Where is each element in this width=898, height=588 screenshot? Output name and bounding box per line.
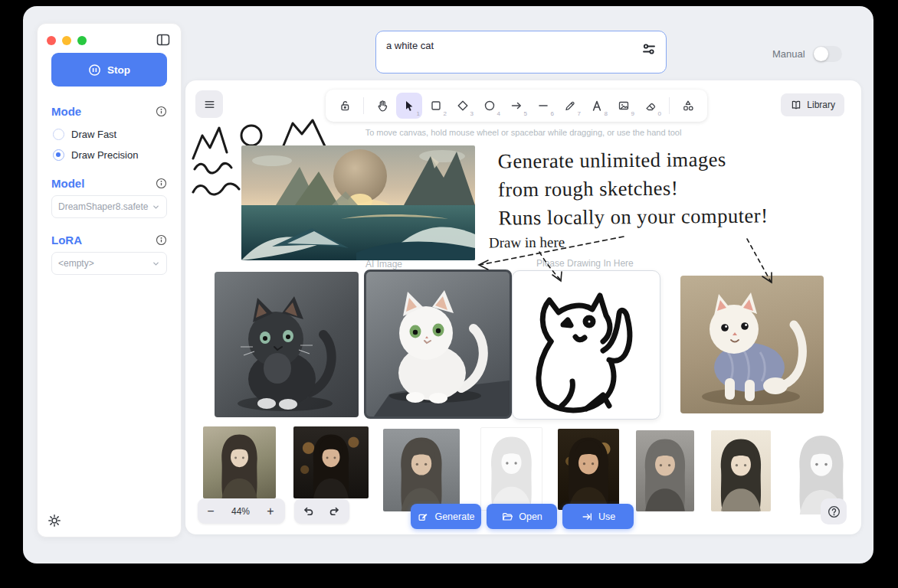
zoom-window-button[interactable] [77,36,87,45]
ai-landscape-image[interactable] [241,145,475,260]
window-controls [47,36,87,45]
tool-ellipse[interactable]: 4 [477,93,503,119]
zoom-out-button[interactable]: − [198,498,224,524]
gallery-thumbnail-line-sketch-girl[interactable] [480,427,542,511]
radio-button-icon [53,129,64,140]
text-icon [590,99,604,113]
chevron-down-icon [152,203,160,211]
settings-gear-icon[interactable] [48,514,61,528]
sidebar: Stop Mode Draw Fast Draw Precision Model… [37,23,182,537]
gallery-thumbnail-painted-girl[interactable] [203,426,276,498]
toggle-knob [814,47,828,61]
info-icon[interactable] [156,234,167,246]
ai-image-label: AI Image [365,259,402,270]
shapes-icon [681,99,695,113]
undo-icon [302,505,315,518]
info-icon[interactable] [156,106,167,117]
zoom-level[interactable]: 44% [224,506,257,517]
gallery-thumbnail-photo-girl-beret[interactable] [293,426,369,498]
open-button[interactable]: Open [487,504,557,529]
tool-line[interactable]: 6 [530,93,556,119]
tool-shortcut: 2 [444,110,447,117]
lora-value: <empty> [58,258,152,269]
tool-lock[interactable] [332,93,358,119]
tool-shortcut: 9 [631,110,634,117]
manual-toggle[interactable] [813,46,842,62]
tool-selection[interactable]: 1 [396,93,422,119]
radio-draw-precision[interactable]: Draw Precision [53,149,138,161]
tool-shortcut: 7 [578,110,581,117]
zoom-in-button[interactable]: + [257,498,283,524]
close-window-button[interactable] [47,36,56,45]
use-button[interactable]: Use [562,504,634,529]
library-label: Library [807,100,835,110]
draw-in-here-annotation[interactable]: Draw in here [489,234,565,252]
image-icon [617,99,631,113]
black-cat-image[interactable] [215,272,359,417]
prompt-settings-icon[interactable] [641,41,657,57]
headline-line-2: from rough sketches! [498,173,768,204]
cat-sketch-canvas[interactable] [512,270,660,420]
prompt-input[interactable]: a white cat [376,31,666,73]
tool-text[interactable]: 8 [584,93,610,119]
model-select[interactable]: DreamShaper8.safete [51,195,167,218]
felt-cat-image[interactable] [680,276,824,413]
gallery-thumbnail-photo-girl-ponytail[interactable] [558,429,619,510]
gallery-thumbnail-clay-girl-beret[interactable] [383,429,460,511]
mode-section-header: Mode [51,105,167,118]
redo-button[interactable] [323,498,346,524]
chevron-down-icon [152,260,160,268]
sidebar-toggle-icon[interactable] [156,33,170,47]
generate-button[interactable]: Generate [411,504,481,529]
tool-island: 1 2 3 4 5 6 7 [326,90,707,122]
book-icon [790,99,802,111]
help-button[interactable] [821,498,847,524]
model-section-header: Model [51,177,167,190]
tool-shapes[interactable] [675,93,701,119]
tool-rectangle[interactable]: 2 [423,93,449,119]
lora-section-header: LoRA [51,234,167,247]
please-drawing-label: Please Drawing In Here [536,258,634,269]
gallery-thumbnail-ink-girl[interactable] [711,430,771,511]
gallery-thumbnail-clay-girl-gray[interactable] [636,430,694,511]
model-value: DreamShaper8.safete [58,201,152,212]
tool-shortcut: 4 [497,110,500,117]
undo-button[interactable] [297,498,320,524]
tool-hand[interactable] [369,93,395,119]
tool-arrow[interactable]: 5 [503,93,529,119]
ellipse-icon [483,99,497,113]
tool-shortcut: 6 [551,110,554,117]
redo-icon [328,505,341,518]
drawing-canvas[interactable]: 1 2 3 4 5 6 7 [185,80,861,534]
tool-draw[interactable]: 7 [557,93,583,119]
headline-line-1: Generate unlimited images [498,145,768,175]
tool-shortcut: 8 [605,110,608,117]
lock-open-icon [338,99,352,113]
lora-select[interactable]: <empty> [51,252,167,275]
tool-image[interactable]: 9 [611,93,637,119]
tool-diamond[interactable]: 3 [450,93,476,119]
menu-button[interactable] [195,90,223,118]
radio-draw-fast[interactable]: Draw Fast [53,129,116,140]
minimize-window-button[interactable] [62,36,71,45]
hand-icon [375,99,389,113]
stop-button[interactable]: Stop [51,53,167,87]
pencil-icon [563,99,577,113]
open-label: Open [519,511,542,522]
toolbar-separator [363,97,364,114]
question-circle-icon [827,505,841,519]
manual-label: Manual [772,48,805,60]
tool-shortcut: 1 [417,110,420,117]
tool-shortcut: 5 [524,110,527,117]
tool-eraser[interactable]: 0 [637,93,664,119]
line-icon [536,99,550,113]
info-icon[interactable] [156,178,167,189]
folder-open-icon [501,511,513,523]
white-cat-image[interactable] [364,270,512,419]
handwritten-headline[interactable]: Generate unlimited images from rough ske… [498,145,769,232]
selection-cursor-icon [402,99,416,113]
lora-title: LoRA [51,234,82,247]
library-button[interactable]: Library [781,93,844,116]
toolbar-separator [669,97,670,114]
eraser-icon [644,99,657,113]
